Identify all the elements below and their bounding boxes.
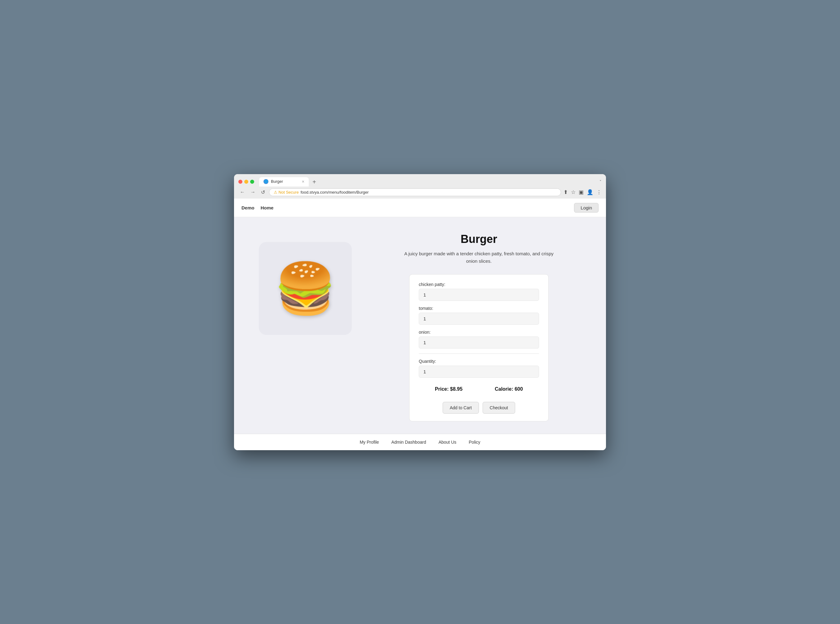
security-warning-icon: ⚠ Not Secure (274, 190, 299, 195)
product-details-panel: Burger A juicy burger made with a tender… (370, 233, 587, 422)
sidebar-button[interactable]: ▣ (579, 189, 584, 196)
maximize-button[interactable] (250, 180, 254, 184)
quantity-row: Quantity: (419, 359, 539, 378)
product-title: Burger (461, 233, 497, 246)
address-bar-row: ← → ↺ ⚠ Not Secure food.stvya.com/menu/f… (234, 187, 606, 199)
address-input[interactable]: ⚠ Not Secure food.stvya.com/menu/foodite… (269, 188, 561, 196)
site-navigation: Demo Home Login (234, 199, 606, 217)
tab-favicon: 🌐 (263, 179, 268, 184)
tab-expand-icon: ˅ (599, 179, 602, 184)
traffic-lights (238, 180, 254, 184)
calorie-text: Calorie: 600 (495, 386, 523, 392)
tomato-row: tomato: (419, 306, 539, 325)
product-image-container: 🍔 (259, 242, 352, 335)
close-button[interactable] (238, 180, 242, 184)
share-button[interactable]: ⬆ (563, 189, 568, 196)
quantity-label: Quantity: (419, 359, 539, 364)
main-content: 🍔 Burger A juicy burger made with a tend… (234, 217, 606, 434)
checkout-button[interactable]: Checkout (483, 402, 515, 414)
profile-button[interactable]: 👤 (587, 189, 593, 196)
footer-about-us[interactable]: About Us (439, 440, 456, 445)
footer-policy[interactable]: Policy (469, 440, 480, 445)
options-card: chicken patty: tomato: onion: Quantity: (409, 274, 549, 422)
nav-links: Demo Home (241, 205, 274, 210)
title-bar: 🌐 Burger × + ˅ (234, 174, 606, 187)
action-buttons: Add to Cart Checkout (419, 402, 539, 414)
tomato-label: tomato: (419, 306, 539, 311)
minimize-button[interactable] (244, 180, 248, 184)
bookmark-button[interactable]: ☆ (571, 189, 575, 196)
chicken-patty-label: chicken patty: (419, 282, 539, 287)
forward-button[interactable]: → (249, 189, 257, 196)
tab-close-button[interactable]: × (302, 179, 305, 184)
quantity-input[interactable] (419, 366, 539, 378)
browser-tab[interactable]: 🌐 Burger × (259, 177, 309, 187)
browser-window: 🌐 Burger × + ˅ ← → ↺ ⚠ Not Secure food.s… (234, 174, 606, 450)
add-to-cart-button[interactable]: Add to Cart (442, 402, 479, 414)
product-description: A juicy burger made with a tender chicke… (401, 250, 556, 265)
login-button[interactable]: Login (574, 203, 599, 213)
refresh-button[interactable]: ↺ (260, 189, 266, 196)
footer-admin-dashboard[interactable]: Admin Dashboard (391, 440, 426, 445)
price-calorie-row: Price: $8.95 Calorie: 600 (419, 384, 539, 394)
onion-label: onion: (419, 330, 539, 335)
footer-my-profile[interactable]: My Profile (360, 440, 379, 445)
nav-demo-link[interactable]: Demo (241, 205, 254, 210)
tab-title: Burger (271, 179, 283, 184)
chicken-patty-row: chicken patty: (419, 282, 539, 301)
menu-button[interactable]: ⋮ (596, 189, 602, 196)
price-text: Price: $8.95 (435, 386, 463, 392)
product-image-panel: 🍔 (253, 233, 358, 422)
nav-home-link[interactable]: Home (261, 205, 274, 210)
chicken-patty-input[interactable] (419, 289, 539, 301)
back-button[interactable]: ← (238, 189, 246, 196)
tomato-input[interactable] (419, 313, 539, 325)
onion-input[interactable] (419, 337, 539, 349)
site-footer: My Profile Admin Dashboard About Us Poli… (234, 434, 606, 450)
browser-toolbar: ⬆ ☆ ▣ 👤 ⋮ (563, 189, 602, 196)
onion-row: onion: (419, 330, 539, 349)
burger-image: 🍔 (274, 264, 336, 313)
new-tab-button[interactable]: + (311, 179, 317, 185)
divider (419, 354, 539, 354)
address-url: food.stvya.com/menu/fooditem/Burger (301, 190, 369, 195)
